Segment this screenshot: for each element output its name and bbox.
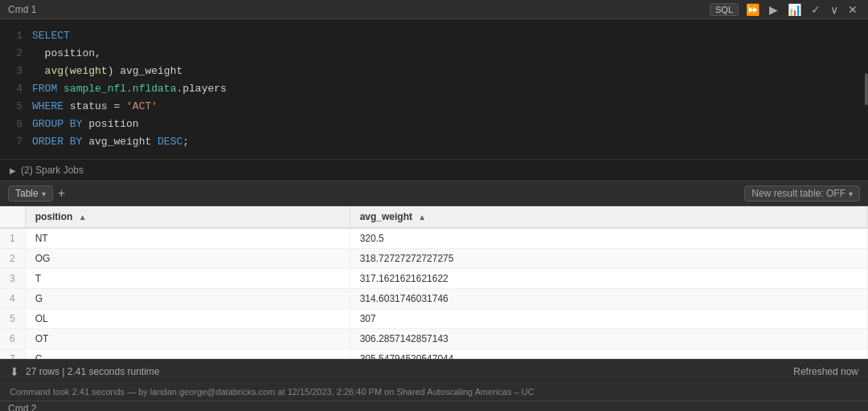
table-row: 7 C 305.54794520547044 xyxy=(0,349,868,360)
code-line-5: 5 WHERE status = 'ACT' xyxy=(0,98,868,116)
tab-chevron-icon: ▾ xyxy=(42,189,46,198)
result-toggle[interactable]: New result table: OFF ▾ xyxy=(744,185,860,201)
position-cell: OL xyxy=(25,309,350,329)
code-line-7: 7 ORDER BY avg_weight DESC; xyxy=(0,133,868,151)
code-line-6: 6 GROUP BY position xyxy=(0,116,868,133)
rows-info: 27 rows | 2.41 seconds runtime xyxy=(26,366,160,377)
bottom-cmd-label: Cmd 2 xyxy=(8,403,36,411)
avg-weight-cell: 305.54794520547044 xyxy=(350,349,867,360)
row-num-cell: 2 xyxy=(0,249,25,269)
table-row: 6 OT 306.2857142857143 xyxy=(0,329,868,349)
chart-icon[interactable]: 📊 xyxy=(785,3,804,16)
status-bar: Command took 2.41 seconds — by landan.ge… xyxy=(0,383,868,401)
row-num-cell: 5 xyxy=(0,309,25,329)
position-cell: OG xyxy=(25,249,350,269)
table-tabs: Table ▾ + xyxy=(8,185,65,201)
table-row: 5 OL 307 xyxy=(0,309,868,329)
avg-weight-cell: 320.5 xyxy=(350,228,867,249)
position-cell: OT xyxy=(25,329,350,349)
run-icon[interactable]: ▶ xyxy=(767,3,780,16)
col-header-position[interactable]: position ▲ xyxy=(25,206,350,228)
result-toggle-label: New result table: OFF xyxy=(751,188,845,199)
status-text: Command took 2.41 seconds — by landan.ge… xyxy=(10,387,534,397)
row-num-cell: 6 xyxy=(0,329,25,349)
avg-weight-cell: 318.72727272727275 xyxy=(350,249,867,269)
close-icon[interactable]: ✕ xyxy=(845,3,860,16)
code-line-4: 4 FROM sample_nfl.nfldata.players xyxy=(0,80,868,98)
row-num-cell: 1 xyxy=(0,228,25,249)
sort-asc-icon: ▲ xyxy=(79,213,87,222)
footer-left: ⬇ 27 rows | 2.41 seconds runtime xyxy=(10,365,160,378)
top-bar: Cmd 1 SQL ⏩ ▶ 📊 ✓ ∨ ✕ xyxy=(0,0,868,19)
spark-jobs-label: (2) Spark Jobs xyxy=(21,165,84,176)
scroll-hint xyxy=(865,73,868,105)
row-num-header xyxy=(0,206,25,228)
code-editor[interactable]: 1 SELECT 2 position, 3 avg(weight) avg_w… xyxy=(0,19,868,159)
position-cell: NT xyxy=(25,228,350,249)
add-tab-button[interactable]: + xyxy=(58,187,65,200)
code-line-1: 1 SELECT xyxy=(0,27,868,45)
data-table: position ▲ avg_weight ▲ 1 NT 320.5 2 OG … xyxy=(0,206,868,359)
expand-icon[interactable]: ∨ xyxy=(828,3,841,16)
spark-jobs-arrow: ▶ xyxy=(10,166,16,175)
bottom-cmd: Cmd 2 xyxy=(0,401,868,411)
result-toggle-chevron-icon: ▾ xyxy=(849,189,853,198)
row-num-cell: 3 xyxy=(0,269,25,289)
table-tab-label: Table xyxy=(15,188,39,199)
refreshed-label: Refreshed now xyxy=(793,366,858,377)
avg-weight-cell: 314.6031746031746 xyxy=(350,289,867,309)
spark-jobs[interactable]: ▶ (2) Spark Jobs xyxy=(0,159,868,181)
table-tab[interactable]: Table ▾ xyxy=(8,185,53,201)
position-cell: T xyxy=(25,269,350,289)
avg-weight-cell: 306.2857142857143 xyxy=(350,329,867,349)
position-cell: C xyxy=(25,349,350,360)
row-num-cell: 7 xyxy=(0,349,25,360)
table-row: 3 T 317.1621621621622 xyxy=(0,269,868,289)
table-row: 2 OG 318.72727272727275 xyxy=(0,249,868,269)
sort-desc-icon: ▲ xyxy=(418,213,426,222)
row-num-cell: 4 xyxy=(0,289,25,309)
code-line-3: 3 avg(weight) avg_weight xyxy=(0,63,868,80)
cmd-title: Cmd 1 xyxy=(8,4,36,15)
avg-weight-cell: 317.1621621621622 xyxy=(350,269,867,289)
position-cell: G xyxy=(25,289,350,309)
table-row: 4 G 314.6031746031746 xyxy=(0,289,868,309)
table-header-row: position ▲ avg_weight ▲ xyxy=(0,206,868,228)
col-header-avg-weight[interactable]: avg_weight ▲ xyxy=(350,206,867,228)
run-all-icon[interactable]: ⏩ xyxy=(743,3,762,16)
table-toolbar: Table ▾ + New result table: OFF ▾ xyxy=(0,181,868,206)
data-table-container[interactable]: position ▲ avg_weight ▲ 1 NT 320.5 2 OG … xyxy=(0,206,868,359)
download-icon[interactable]: ⬇ xyxy=(10,365,19,378)
table-row: 1 NT 320.5 xyxy=(0,228,868,249)
code-line-2: 2 position, xyxy=(0,45,868,63)
footer: ⬇ 27 rows | 2.41 seconds runtime Refresh… xyxy=(0,359,868,383)
avg-weight-cell: 307 xyxy=(350,309,867,329)
check-icon[interactable]: ✓ xyxy=(809,3,823,16)
sql-badge: SQL xyxy=(710,3,739,16)
toolbar-right: SQL ⏩ ▶ 📊 ✓ ∨ ✕ xyxy=(710,3,860,16)
